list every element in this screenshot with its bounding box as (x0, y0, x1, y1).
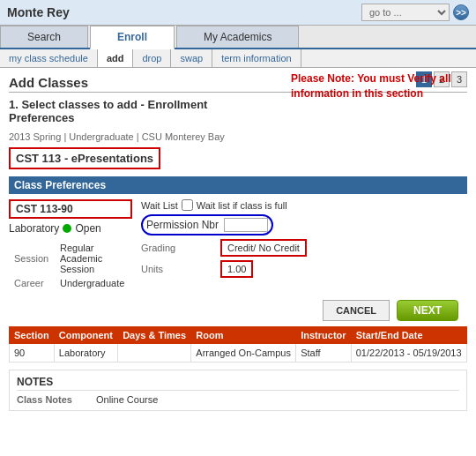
grading-value: Credit/ No Credit (220, 239, 307, 257)
career-val: Undergraduate (56, 277, 130, 289)
career-key: Career (11, 277, 55, 289)
class-notes-key: Class Notes (17, 394, 87, 405)
grading-row: Grading Credit/ No Credit (141, 239, 467, 257)
tab-term-information[interactable]: term information (212, 49, 301, 67)
cell-section: 90 (10, 344, 55, 363)
class-number: CST 113-90 (9, 199, 132, 219)
open-dot (63, 224, 71, 233)
col-component: Component (54, 327, 117, 344)
class-notes-value: Online Course (96, 394, 158, 405)
nav-tabs-row1: Search Enroll My Academics (0, 26, 476, 49)
grading-label: Grading (141, 243, 220, 253)
permission-input[interactable] (224, 218, 268, 232)
tab-my-academics[interactable]: My Academics (176, 26, 299, 48)
tab-my-class-schedule[interactable]: my class schedule (0, 49, 98, 67)
waitlist-desc: Wait list if class is full (197, 200, 287, 211)
table-row: 90 Laboratory Arranged On-Campus Staff 0… (10, 344, 467, 363)
permission-row: Permission Nbr (141, 214, 467, 235)
note-row: Class Notes Online Course (17, 394, 459, 405)
col-start-end: Start/End Date (351, 327, 466, 344)
units-row: Units 1.00 (141, 260, 467, 278)
goto-select[interactable]: go to ... (361, 4, 450, 21)
lab-status: Laboratory Open (9, 222, 132, 235)
tab-enroll[interactable]: Enroll (90, 26, 175, 49)
tab-swap[interactable]: swap (171, 49, 212, 67)
col-days-times: Days & Times (118, 327, 191, 344)
left-class-info: CST 113-90 Laboratory Open Session Regul… (9, 199, 132, 291)
cell-days-times (118, 344, 191, 363)
warning-note: Please Note: You must Verify all informa… (291, 71, 467, 101)
course-header: CST 113 - ePresentations (9, 147, 160, 169)
tab-add[interactable]: add (98, 49, 134, 67)
session-key: Session (11, 242, 55, 275)
tab-drop[interactable]: drop (133, 49, 171, 67)
component-label: Laboratory (9, 222, 59, 235)
status-label: Open (75, 222, 100, 235)
cell-instructor: Staff (296, 344, 352, 363)
section-title: 1. Select classes to add - Enrollment Pr… (9, 98, 273, 124)
units-value: 1.00 (220, 260, 253, 278)
notes-header: NOTES (17, 376, 459, 391)
goto-container: go to ... >> (361, 4, 469, 21)
cell-component: Laboratory (54, 344, 117, 363)
right-prefs: Wait List Wait list if class is full Per… (132, 199, 467, 281)
next-button[interactable]: NEXT (397, 300, 458, 321)
nav-tabs-row2: my class schedule add drop swap term inf… (0, 49, 476, 68)
goto-button[interactable]: >> (453, 4, 469, 20)
class-table: Section Component Days & Times Room Inst… (9, 326, 467, 363)
tab-search[interactable]: Search (0, 26, 88, 48)
waitlist-label: Wait List (141, 200, 178, 211)
session-val: Regular Academic Session (56, 242, 130, 275)
notes-section: NOTES Class Notes Online Course (9, 370, 467, 411)
waitlist-checkbox[interactable] (182, 199, 193, 211)
semester-info: 2013 Spring | Undergraduate | CSU Monter… (9, 131, 467, 142)
col-section: Section (10, 327, 55, 344)
session-career: Session Regular Academic Session Career … (9, 240, 132, 291)
app-title: Monte Rey (7, 5, 70, 19)
class-prefs-header: Class Preferences (9, 176, 467, 194)
main-content: Add Classes 1 2 3 1. Select classes to a… (0, 68, 476, 418)
cancel-button[interactable]: CANCEL (323, 300, 390, 321)
col-room: Room (191, 327, 296, 344)
col-instructor: Instructor (296, 327, 352, 344)
permission-oval: Permission Nbr (141, 214, 273, 235)
cell-room: Arranged On-Campus (191, 344, 296, 363)
action-buttons: CANCEL NEXT (9, 300, 467, 321)
units-label: Units (141, 264, 220, 274)
cell-start-end: 01/22/2013 - 05/19/2013 (351, 344, 466, 363)
top-header: Monte Rey go to ... >> (0, 0, 476, 26)
waitlist-row: Wait List Wait list if class is full (141, 199, 467, 211)
permission-label: Permission Nbr (146, 219, 219, 231)
